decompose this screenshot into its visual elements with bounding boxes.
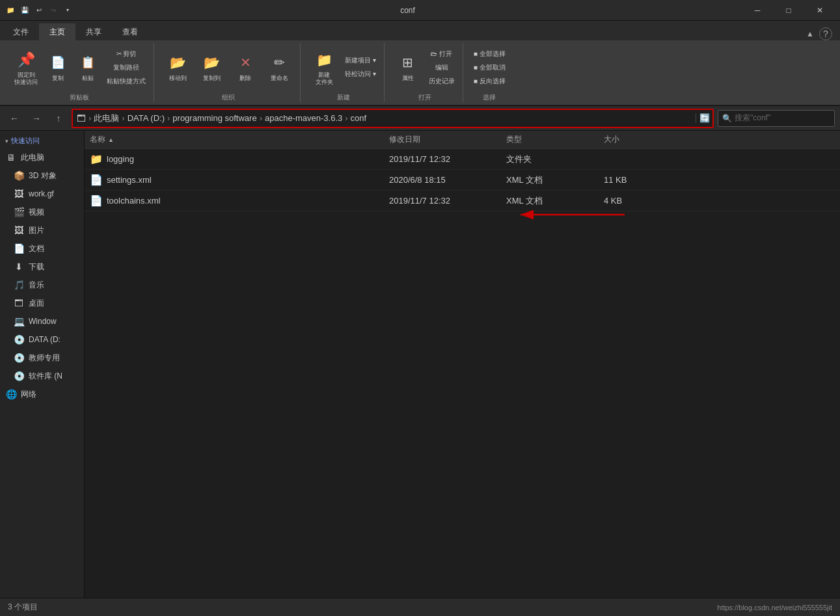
column-type-header[interactable]: 类型 (506, 134, 604, 145)
copy-label: 复制 (52, 74, 64, 83)
breadcrumb-prog-software[interactable]: programming software (172, 113, 256, 123)
copy-path-button[interactable]: 复制路径 (104, 61, 148, 74)
tab-share[interactable]: 共享 (75, 23, 112, 40)
newfolder-icon: 📁 (314, 49, 334, 70)
sidebar-item-teacher[interactable]: 💿 教师专用 (0, 349, 84, 367)
file-size-toolchains: 4 KB (604, 196, 669, 206)
ribbon-group-organize: 📂 移动到 📂 复制到 ✕ 删除 ✏ 重命名 组织 (157, 43, 301, 102)
title-bar: 📁 💾 ↩ ↪ ▾ conf ─ □ ✕ (0, 0, 840, 21)
move-icon: 📂 (167, 52, 188, 73)
clipboard-sub-items: ✂ 剪切 复制路径 粘贴快捷方式 (104, 47, 148, 88)
file-date-logging: 2019/11/7 12:32 (389, 154, 506, 164)
cut-button[interactable]: ✂ 剪切 (104, 47, 148, 60)
sidebar-item-docs[interactable]: 📄 文档 (0, 239, 84, 258)
tab-home[interactable]: 主页 (39, 23, 75, 40)
invert-selection-button[interactable]: ■ 反向选择 (471, 75, 508, 88)
paste-shortcut-button[interactable]: 粘贴快捷方式 (104, 75, 148, 88)
music-icon: 🎵 (13, 279, 25, 291)
ribbon-tab-bar: 文件 主页 共享 查看 ▲ ? (0, 21, 840, 40)
file-type-toolchains: XML 文档 (506, 195, 604, 207)
column-name-header[interactable]: 名称 ▲ (90, 134, 389, 145)
file-row-logging[interactable]: 📁 logging 2019/11/7 12:32 文件夹 (85, 149, 840, 170)
music-label: 音乐 (29, 280, 44, 291)
dropdown-icon[interactable]: ▾ (62, 5, 73, 16)
sidebar-item-network[interactable]: 🌐 网络 (0, 385, 84, 403)
quick-access-label: 快速访问 (11, 136, 40, 146)
breadcrumb-data-drive[interactable]: DATA (D:) (128, 113, 165, 123)
ribbon-group-open: ⊞ 属性 🗁 打开 编辑 历史记录 打开 (387, 43, 463, 102)
sidebar-item-software[interactable]: 💿 软件库 (N (0, 367, 84, 385)
folder-icon-logging: 📁 (90, 153, 103, 166)
tab-view[interactable]: 查看 (112, 23, 148, 40)
maximize-button[interactable]: □ (774, 0, 804, 21)
pin-icon: 📌 (16, 49, 36, 70)
sidebar-item-pictures[interactable]: 🖼 图片 (0, 221, 84, 239)
file-list-header: 名称 ▲ 修改日期 类型 大小 (85, 131, 840, 149)
ribbon-group-new: 📁 新建文件夹 新建项目 ▾ 轻松访问 ▾ 新建 (303, 43, 385, 102)
organize-items: 📂 移动到 📂 复制到 ✕ 删除 ✏ 重命名 (162, 43, 295, 92)
copy-to-button[interactable]: 📂 复制到 (196, 47, 227, 88)
title-bar-icons: 📁 💾 ↩ ↪ ▾ (5, 5, 73, 16)
close-button[interactable]: ✕ (805, 0, 835, 21)
sidebar-item-data-d[interactable]: 💿 DATA (D: (0, 330, 84, 349)
deselect-all-button[interactable]: ■ 全部取消 (471, 61, 508, 74)
column-size-header[interactable]: 大小 (604, 134, 669, 145)
computer-icon: 🖥 (5, 152, 17, 163)
xml-icon-settings: 📄 (90, 174, 103, 187)
sidebar-item-work[interactable]: 🖼 work.gf (0, 185, 84, 203)
network-icon: 🌐 (5, 388, 17, 400)
sidebar-item-windows[interactable]: 💻 Window (0, 312, 84, 330)
move-to-button[interactable]: 📂 移动到 (162, 47, 193, 88)
rename-button[interactable]: ✏ 重命名 (264, 47, 295, 88)
file-row-toolchains[interactable]: 📄 toolchains.xml 2019/11/7 12:32 XML 文档 … (85, 191, 840, 211)
sidebar-item-music[interactable]: 🎵 音乐 (0, 276, 84, 294)
new-folder-button[interactable]: 📁 新建文件夹 (308, 47, 340, 88)
new-sub-items: 新建项目 ▾ 轻松访问 ▾ (342, 54, 379, 81)
search-placeholder: 搜索"conf" (735, 113, 770, 124)
sidebar-item-desktop[interactable]: 🗔 桌面 (0, 294, 84, 312)
new-item-button[interactable]: 新建项目 ▾ (342, 54, 379, 67)
help-icon[interactable]: ? (819, 27, 832, 40)
sep-5: › (345, 113, 347, 123)
search-bar[interactable]: 🔍 搜索"conf" (718, 110, 835, 127)
3d-icon: 📦 (13, 170, 25, 181)
video-icon: 🎬 (13, 206, 25, 218)
file-name-settings: 📄 settings.xml (90, 174, 389, 187)
edit-button[interactable]: 编辑 (426, 61, 457, 74)
sidebar-item-downloads[interactable]: ⬇ 下载 (0, 258, 84, 276)
back-button[interactable]: ← (5, 109, 23, 127)
column-date-header[interactable]: 修改日期 (389, 134, 506, 145)
item-count: 3 个项目 (8, 602, 38, 613)
minimize-button[interactable]: ─ (742, 0, 772, 21)
network-label: 网络 (21, 389, 36, 400)
breadcrumb-home-icon: 🗔 (77, 113, 86, 124)
up-button[interactable]: ↑ (49, 109, 68, 127)
delete-button[interactable]: ✕ 删除 (230, 47, 261, 88)
history-button[interactable]: 历史记录 (426, 75, 457, 88)
properties-button[interactable]: ⊞ 属性 (392, 47, 424, 88)
pin-label: 固定到快速访问 (14, 72, 38, 86)
paste-label: 粘贴 (82, 74, 94, 83)
sidebar-item-this-pc[interactable]: 🖥 此电脑 (0, 148, 84, 167)
ribbon-content: 📌 固定到快速访问 📄 复制 📋 粘贴 ✂ 剪切 (0, 40, 840, 105)
select-all-button[interactable]: ■ 全部选择 (471, 47, 508, 60)
sidebar-item-3d[interactable]: 📦 3D 对象 (0, 167, 84, 185)
refresh-address-button[interactable]: 🔄 (696, 113, 712, 123)
file-row-settings[interactable]: 📄 settings.xml 2020/6/8 18:15 XML 文档 11 … (85, 170, 840, 191)
forward-button[interactable]: → (27, 109, 46, 127)
address-bar[interactable]: 🗔 › 此电脑 › DATA (D:) › programming softwa… (72, 109, 714, 128)
pin-to-quick-access-button[interactable]: 📌 固定到快速访问 (10, 47, 42, 88)
open-button[interactable]: 🗁 打开 (426, 47, 457, 60)
collapse-ribbon-icon[interactable]: ▲ (806, 29, 814, 38)
sidebar-item-video[interactable]: 🎬 视频 (0, 203, 84, 221)
breadcrumb-this-pc[interactable]: 此电脑 (94, 113, 119, 124)
breadcrumb-maven[interactable]: apache-maven-3.6.3 (265, 113, 342, 123)
paste-button[interactable]: 📋 粘贴 (74, 47, 102, 88)
file-date-toolchains: 2019/11/7 12:32 (389, 196, 506, 206)
blog-link[interactable]: https://blog.csdn.net/weizhi555555jit (717, 604, 832, 611)
file-list: 名称 ▲ 修改日期 类型 大小 📁 logging 2019/11/7 12:3… (85, 131, 840, 598)
tab-file[interactable]: 文件 (3, 23, 39, 40)
breadcrumb-conf[interactable]: conf (351, 113, 367, 123)
easy-access-button[interactable]: 轻松访问 ▾ (342, 68, 379, 81)
copy-button[interactable]: 📄 复制 (44, 47, 72, 88)
